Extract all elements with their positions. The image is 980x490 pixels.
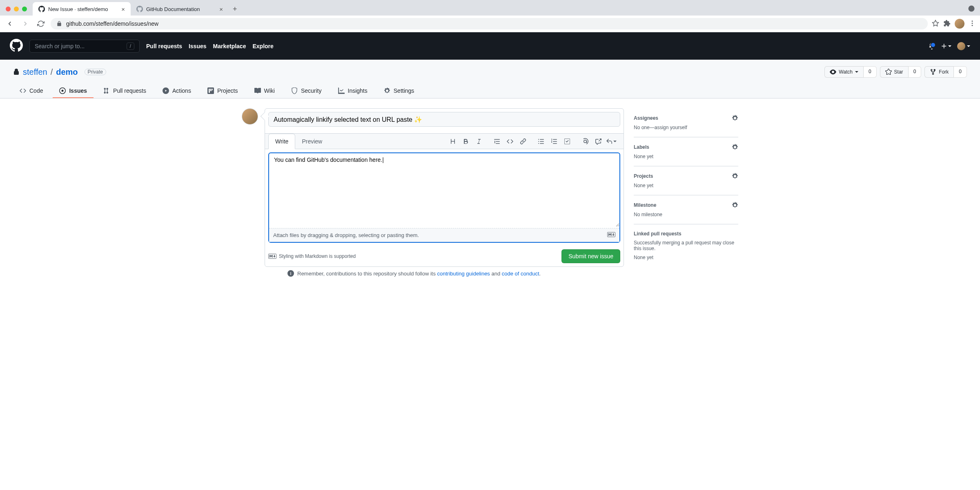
browser-chrome: New Issue · steffen/demo × GitHub Docume… bbox=[0, 0, 980, 32]
nav-pull-requests[interactable]: Pull requests bbox=[146, 43, 182, 49]
submit-issue-button[interactable]: Submit new issue bbox=[561, 249, 620, 263]
tasklist-button[interactable] bbox=[561, 136, 573, 147]
repository-title: steffen / demo Private bbox=[13, 67, 106, 77]
lock-icon bbox=[56, 21, 62, 27]
preview-tab[interactable]: Preview bbox=[295, 134, 329, 149]
tab-projects[interactable]: Projects bbox=[201, 84, 245, 98]
labels-header: Labels bbox=[634, 144, 649, 150]
linked-prs-value: None yet bbox=[634, 255, 738, 260]
tab-security[interactable]: Security bbox=[285, 84, 328, 98]
comment-textarea[interactable] bbox=[269, 153, 619, 227]
user-avatar bbox=[957, 42, 965, 50]
svg-point-0 bbox=[969, 5, 975, 11]
svg-point-5 bbox=[62, 90, 64, 92]
tab-insights[interactable]: Insights bbox=[332, 84, 374, 98]
attach-files-bar[interactable]: Attach files by dragging & dropping, sel… bbox=[269, 228, 619, 242]
mention-button[interactable] bbox=[579, 136, 591, 147]
link-button[interactable] bbox=[517, 136, 529, 147]
tab-settings[interactable]: Settings bbox=[377, 84, 421, 98]
browser-tab[interactable]: GitHub Documentation × bbox=[131, 2, 229, 16]
svg-point-3 bbox=[972, 22, 973, 24]
notifications-button[interactable] bbox=[929, 43, 935, 49]
projects-gear-button[interactable] bbox=[732, 173, 738, 179]
star-count[interactable]: 0 bbox=[909, 66, 922, 78]
author-avatar[interactable] bbox=[242, 108, 258, 125]
nav-issues[interactable]: Issues bbox=[189, 43, 207, 49]
code-of-conduct-link[interactable]: code of conduct bbox=[502, 271, 539, 277]
nav-explore[interactable]: Explore bbox=[252, 43, 273, 49]
github-favicon-icon bbox=[38, 6, 45, 12]
projects-header: Projects bbox=[634, 173, 653, 179]
browser-profile-avatar[interactable] bbox=[955, 19, 964, 29]
write-tab[interactable]: Write bbox=[268, 134, 295, 149]
tab-title: GitHub Documentation bbox=[146, 6, 200, 12]
tab-wiki[interactable]: Wiki bbox=[248, 84, 281, 98]
issue-form: Write Preview bbox=[265, 108, 624, 267]
repository-header: steffen / demo Private Watch 0 Star 0 Fo… bbox=[0, 60, 980, 98]
global-search-input[interactable]: Search or jump to... / bbox=[29, 40, 140, 53]
back-button[interactable] bbox=[4, 18, 16, 29]
close-tab-button[interactable]: × bbox=[219, 6, 223, 13]
repo-owner-link[interactable]: steffen bbox=[23, 67, 47, 77]
markdown-icon bbox=[268, 253, 276, 259]
browser-tab-active[interactable]: New Issue · steffen/demo × bbox=[33, 2, 131, 16]
watch-button[interactable]: Watch bbox=[824, 66, 864, 78]
assignees-header: Assignees bbox=[634, 115, 658, 121]
labels-value: None yet bbox=[634, 154, 738, 159]
github-header: Search or jump to... / Pull requests Iss… bbox=[0, 32, 980, 60]
quote-button[interactable] bbox=[491, 136, 503, 147]
unordered-list-button[interactable] bbox=[535, 136, 547, 147]
heading-button[interactable] bbox=[447, 136, 459, 147]
window-controls bbox=[0, 7, 33, 11]
reload-button[interactable] bbox=[35, 18, 47, 29]
extensions-button[interactable] bbox=[943, 20, 951, 28]
minimize-window-button[interactable] bbox=[14, 7, 19, 11]
cross-reference-button[interactable] bbox=[592, 136, 604, 147]
code-button[interactable] bbox=[504, 136, 516, 147]
user-menu-button[interactable] bbox=[957, 42, 970, 50]
lock-icon bbox=[13, 69, 20, 75]
chrome-profile-icon[interactable] bbox=[968, 5, 980, 13]
tab-code[interactable]: Code bbox=[13, 84, 49, 98]
tab-issues[interactable]: Issues bbox=[53, 84, 94, 98]
svg-point-4 bbox=[972, 25, 973, 26]
italic-button[interactable] bbox=[473, 136, 485, 147]
search-shortcut-icon: / bbox=[127, 43, 134, 50]
visibility-badge: Private bbox=[85, 69, 106, 75]
markdown-support-link[interactable]: Styling with Markdown is supported bbox=[268, 253, 356, 259]
assign-yourself-link[interactable]: assign yourself bbox=[655, 125, 687, 130]
maximize-window-button[interactable] bbox=[22, 7, 27, 11]
contributing-guidelines-link[interactable]: contributing guidelines bbox=[437, 271, 490, 277]
tab-actions[interactable]: Actions bbox=[156, 84, 198, 98]
repo-name-link[interactable]: demo bbox=[56, 67, 78, 76]
markdown-icon[interactable] bbox=[607, 232, 615, 239]
close-tab-button[interactable]: × bbox=[121, 6, 125, 13]
fork-button[interactable]: Fork bbox=[924, 66, 954, 78]
fork-count[interactable]: 0 bbox=[954, 66, 967, 78]
watch-count[interactable]: 0 bbox=[864, 66, 877, 78]
milestone-header: Milestone bbox=[634, 202, 656, 208]
tab-pull-requests[interactable]: Pull requests bbox=[97, 84, 153, 98]
labels-gear-button[interactable] bbox=[732, 144, 738, 150]
new-tab-button[interactable]: + bbox=[229, 5, 241, 13]
bookmark-button[interactable] bbox=[932, 20, 939, 28]
milestone-gear-button[interactable] bbox=[732, 202, 738, 208]
search-placeholder: Search or jump to... bbox=[35, 43, 85, 49]
saved-replies-button[interactable] bbox=[606, 136, 617, 147]
url-bar[interactable]: github.com/steffen/demo/issues/new bbox=[51, 18, 928, 29]
assignees-gear-button[interactable] bbox=[732, 115, 738, 121]
linked-prs-header: Linked pull requests bbox=[634, 231, 682, 237]
issue-sidebar: Assignees No one—assign yourself Labels … bbox=[634, 108, 738, 277]
github-logo[interactable] bbox=[10, 39, 23, 53]
issue-title-input[interactable] bbox=[268, 112, 620, 127]
browser-menu-button[interactable] bbox=[969, 20, 976, 28]
bold-button[interactable] bbox=[460, 136, 472, 147]
create-new-button[interactable] bbox=[941, 43, 951, 49]
svg-point-2 bbox=[972, 20, 973, 22]
ordered-list-button[interactable] bbox=[548, 136, 560, 147]
star-button[interactable]: Star bbox=[880, 66, 909, 78]
close-window-button[interactable] bbox=[6, 7, 11, 11]
nav-marketplace[interactable]: Marketplace bbox=[213, 43, 246, 49]
projects-value: None yet bbox=[634, 183, 738, 188]
forward-button[interactable] bbox=[20, 18, 31, 29]
